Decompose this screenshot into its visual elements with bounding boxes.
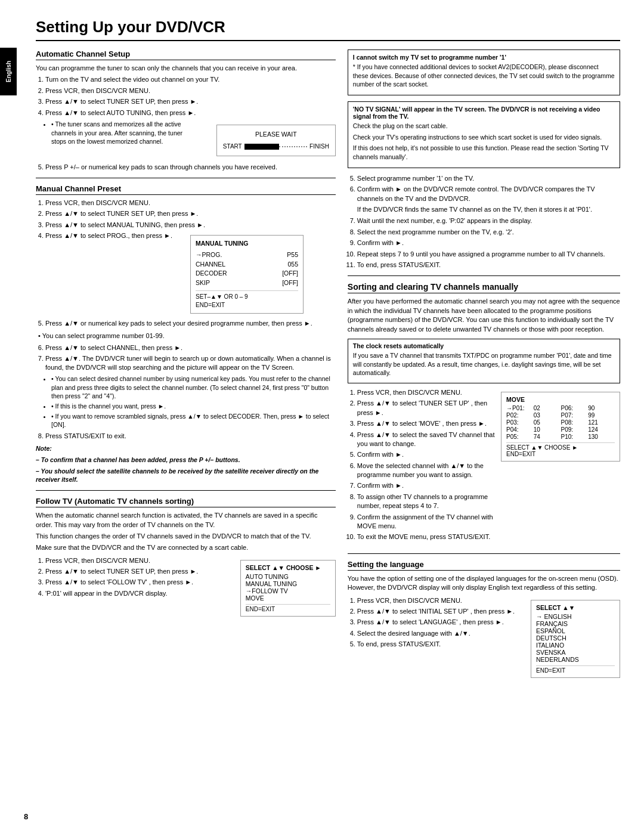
move-cell: 124 [588,426,615,433]
list-item: Confirm with ►. [357,481,495,490]
list-item: To end, press STATUS/EXIT. [357,640,525,649]
move-cell: P06: [561,405,588,411]
list-item: Press ▲/▼ to select 'INITIAL SET UP' , t… [357,607,525,616]
manual-steps-cont: Press ▲/▼ to select CHANNEL, then press … [36,343,336,441]
move-box-title: MOVE [506,396,615,403]
auto-channel-step4-bullets: The tuner scans and memorizes all the ac… [45,120,199,147]
clock-title: The clock resets automatically [353,342,444,349]
move-cell: 130 [588,433,615,440]
list-item: Press ▲/▼. The DVD/VCR tuner will begin … [45,354,336,429]
move-cell: 99 [588,412,615,419]
manual-channel-steps: Press VCR, then DISC/VCR MENU. Press ▲/▼… [36,199,336,328]
note-section: Note: – To confirm that a channel has be… [36,444,336,484]
select-item: MANUAL TUNING [246,580,330,587]
tuning-title: MANUAL TUNING [196,239,298,248]
select-item: AUTO TUNING [246,573,330,580]
step6-note: If the DVD/VCR finds the same TV channel… [357,205,620,214]
language-section: Setting the language You have the option… [348,560,620,682]
lang-box-footer: END=EXIT [536,665,615,674]
move-cell: 02 [534,405,561,411]
col-right: I cannot switch my TV set to programme n… [348,49,620,682]
select-box-title: SELECT ▲▼ CHOOSE ► [246,564,330,571]
move-cell: P05: [506,433,533,440]
lang-item: FRANÇAIS [536,620,615,627]
page-title: Setting Up your DVD/VCR [36,18,620,41]
sorting-section: Sorting and clearing TV channels manuall… [348,282,620,547]
sidebar-label: English [0,48,17,95]
manual-channel-section: Manual Channel Preset Press VCR, then DI… [36,184,336,484]
list-item: Press ▲/▼ to select 'TUNER SET UP' , the… [357,399,495,417]
tuning-row: SKIP [OFF] [196,278,298,288]
list-item: Repeat steps 7 to 9 until you have assig… [357,250,620,259]
lang-item: NEDERLANDS [536,656,615,663]
list-item: Press VCR, then DISC/VCR MENU. [45,86,336,95]
step7-bullets: You can select desired channel number by… [45,374,336,429]
move-cell: P03: [506,419,533,426]
lang-item: DEUTSCH [536,634,615,642]
list-item: You can select desired channel number by… [51,374,336,401]
page-number: 8 [24,812,28,821]
select-item: →FOLLOW TV [246,587,330,594]
move-cell: P10: [561,433,588,440]
right-steps: Select programme number '1' on the TV. C… [348,174,620,270]
list-item: The tuner scans and memorizes all the ac… [51,120,199,146]
cannot-switch-note: * If you have connected additional devic… [353,63,615,89]
list-item: Confirm with ►. [357,239,620,247]
tuning-row: DECODER [OFF] [196,269,298,278]
list-item: Press ▲/▼ to select 'FOLLOW TV' , then p… [45,578,234,587]
list-item: Press ▲/▼ to select MANUAL TUNING, then … [45,221,336,230]
move-cell: P09: [561,426,588,433]
auto-channel-intro: You can programme the tuner to scan only… [36,64,336,73]
select-item: MOVE [246,594,330,602]
lang-box: SELECT ▲▼ → ENGLISH FRANÇAIS ESPAÑOL DEU… [531,600,620,678]
list-item: If this is the channel you want, press ►… [51,402,336,411]
list-item: Press ▲/▼ to select AUTO TUNING, then pr… [45,109,336,161]
sorting-steps: Press VCR, then DISC/VCR MENU. Press ▲/▼… [348,388,495,544]
list-item: Press ▲/▼ to select 'MOVE' , then press … [357,419,495,428]
list-item: Press STATUS/EXIT to exit. [45,432,336,441]
auto-channel-title: Automatic Channel Setup [36,49,336,60]
list-item: Move the selected channel with ▲/▼ to th… [357,462,495,480]
sorting-para1: After you have performed the automatic c… [348,297,620,334]
list-item: Press ▲/▼ to select CHANNEL, then press … [45,343,336,352]
auto-channel-steps: Turn on the TV and select the video out … [36,75,336,172]
auto-channel-section: Automatic Channel Setup You can programm… [36,49,336,172]
progress-start: START [223,143,242,151]
list-item: Select programme number '1' on the TV. [357,174,620,183]
list-item: Turn on the TV and select the video out … [45,75,336,84]
language-steps-container: Press VCR, then DISC/VCR MENU. Press ▲/▼… [348,596,620,682]
list-item: Press ▲/▼ to select 'LANGUAGE' , then pr… [357,618,525,627]
list-item: Press ▲/▼ to select PROG., then press ►.… [45,231,336,317]
lang-item: ESPAÑOL [536,627,615,634]
tuning-label: DECODER [196,269,227,278]
tuning-row: CHANNEL 055 [196,260,298,270]
list-item: Select the next programme number on the … [357,228,620,237]
move-cell: →P01: [506,405,533,411]
progress-box: PLEASE WAIT START FINISH [216,125,336,156]
tuning-label: CHANNEL [196,260,225,270]
move-cell: P07: [561,412,588,419]
list-item: To end, press STATUS/EXIT. [357,261,620,270]
list-item: Press ▲/▼ to select the saved TV channel… [357,431,495,449]
list-item: To exit the MOVE menu, press STATUS/EXIT… [357,532,495,541]
note-title: Note: [36,444,336,453]
list-item: To assign other TV channels to a program… [357,493,495,511]
follow-tv-section: Follow TV (Automatic TV channels sorting… [36,497,336,620]
cannot-switch-title: I cannot switch my TV set to programme n… [353,54,615,61]
move-cell: 03 [534,412,561,419]
list-item: Wait until the next number, e.g. 'P:02' … [357,216,620,225]
list-item: Press P +/– or numerical key pads to sca… [45,163,336,172]
language-para1: You have the option of setting one of th… [348,574,620,593]
list-item: 'P:01' will appear in the DVD/VCR displa… [45,589,234,598]
follow-tv-para1: When the automatic channel search functi… [36,511,336,529]
move-cell: P02: [506,412,533,419]
lang-item: SVENSKA [536,649,615,656]
tuning-value: 055 [287,260,298,270]
tuning-value: [OFF] [282,269,298,278]
move-cell: 90 [588,405,615,411]
list-item: If you want to remove scrambled signals,… [51,412,336,429]
sorting-steps-container: Press VCR, then DISC/VCR MENU. Press ▲/▼… [348,388,620,547]
tuning-row: →PROG. P55 [196,250,298,260]
move-cell: 121 [588,419,615,426]
lang-item: → ENGLISH [536,613,615,620]
